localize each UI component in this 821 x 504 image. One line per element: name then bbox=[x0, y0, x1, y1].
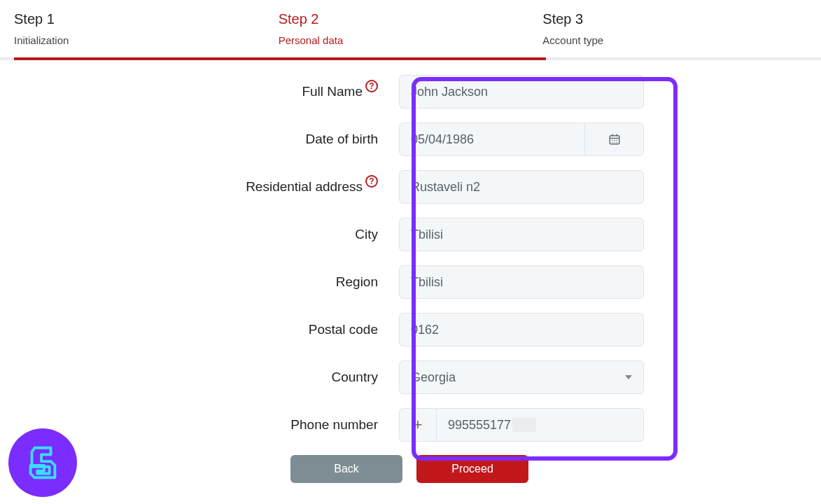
full-name-input[interactable] bbox=[399, 75, 644, 108]
region-input[interactable] bbox=[399, 265, 644, 299]
label-region: Region bbox=[336, 274, 378, 290]
step-title: Step 1 bbox=[14, 11, 279, 27]
address-input[interactable] bbox=[399, 170, 644, 204]
svg-point-7 bbox=[612, 142, 613, 144]
phone-input[interactable]: 995555177 bbox=[437, 408, 644, 442]
label-address: Residential address bbox=[246, 179, 363, 195]
floating-logo[interactable] bbox=[8, 428, 77, 497]
help-icon[interactable]: ? bbox=[365, 80, 378, 92]
svg-point-5 bbox=[614, 140, 615, 141]
svg-point-6 bbox=[616, 140, 617, 141]
stepper: Step 1 Initialization Step 2 Personal da… bbox=[0, 0, 821, 60]
step-2[interactable]: Step 2 Personal data bbox=[279, 11, 543, 57]
row-region: Region bbox=[0, 265, 821, 300]
label-country: Country bbox=[331, 370, 378, 385]
form-wrapper: Full Name ? Date of birth bbox=[0, 74, 821, 483]
back-button[interactable]: Back bbox=[290, 455, 402, 483]
row-phone: Phone number + 995555177 bbox=[0, 407, 821, 442]
step-subtitle: Account type bbox=[542, 34, 807, 46]
help-icon[interactable]: ? bbox=[365, 175, 378, 188]
step-subtitle: Personal data bbox=[279, 34, 543, 46]
step-title: Step 3 bbox=[542, 11, 807, 27]
step-subtitle: Initialization bbox=[14, 34, 279, 46]
phone-prefix-button[interactable]: + bbox=[399, 408, 437, 442]
row-city: City bbox=[0, 217, 821, 252]
label-postal: Postal code bbox=[309, 322, 378, 337]
dob-input[interactable] bbox=[399, 122, 584, 156]
step-1[interactable]: Step 1 Initialization bbox=[14, 11, 279, 57]
row-full-name: Full Name ? bbox=[0, 74, 821, 109]
row-postal: Postal code bbox=[0, 312, 821, 347]
label-phone: Phone number bbox=[290, 417, 378, 433]
proceed-button[interactable]: Proceed bbox=[416, 455, 528, 483]
label-full-name: Full Name bbox=[302, 84, 363, 99]
row-address: Residential address ? bbox=[0, 169, 821, 204]
step-progress-underline bbox=[14, 57, 546, 60]
phone-value: 995555177 bbox=[448, 418, 511, 433]
step-3[interactable]: Step 3 Account type bbox=[542, 11, 807, 57]
label-city: City bbox=[355, 227, 378, 242]
label-dob: Date of birth bbox=[306, 132, 379, 147]
svg-point-8 bbox=[614, 142, 615, 144]
postal-input[interactable] bbox=[399, 313, 644, 346]
calendar-icon bbox=[608, 133, 621, 146]
row-dob: Date of birth bbox=[0, 122, 821, 157]
button-row: Back Proceed bbox=[0, 455, 821, 483]
svg-point-9 bbox=[616, 142, 617, 144]
date-picker-button[interactable] bbox=[584, 122, 644, 156]
row-country: Country Georgia bbox=[0, 360, 821, 395]
step-title: Step 2 bbox=[279, 11, 543, 27]
country-value: Georgia bbox=[411, 370, 456, 385]
logo-icon bbox=[22, 442, 63, 483]
redaction-mask bbox=[512, 418, 536, 432]
country-select[interactable]: Georgia bbox=[399, 360, 644, 394]
chevron-down-icon bbox=[625, 375, 632, 379]
svg-point-4 bbox=[612, 140, 613, 141]
city-input[interactable] bbox=[399, 218, 644, 251]
